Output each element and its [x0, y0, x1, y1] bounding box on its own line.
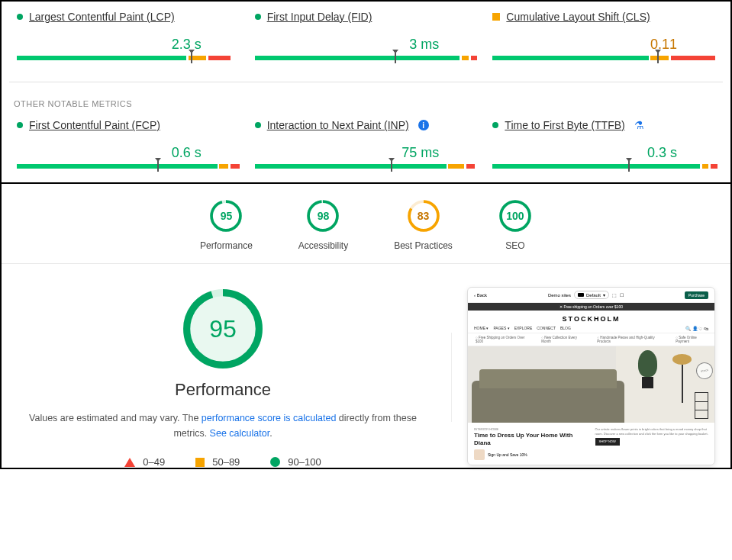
nav-item[interactable]: BLOG	[560, 326, 571, 330]
metric-title-link[interactable]: Largest Contentful Paint (LCP)	[29, 11, 175, 23]
hero-title: Time to Dress Up Your Home With Diana	[474, 432, 588, 446]
gauge-label: Accessibility	[298, 240, 348, 251]
nav-item[interactable]: PAGES ▾	[493, 326, 509, 330]
separator	[2, 263, 730, 264]
nav-item[interactable]: HOME ▾	[474, 326, 489, 330]
shop-now-button[interactable]: SHOP NOW	[595, 438, 620, 446]
legend-item: 90–100	[270, 456, 321, 468]
distribution-bar	[492, 164, 715, 169]
status-dot-icon	[17, 122, 23, 128]
gauge-score: 100	[498, 199, 532, 233]
status-dot-icon	[17, 14, 23, 20]
performance-score: 95	[181, 287, 265, 371]
metric-card: Cumulative Layout Shift (CLS)0.11	[485, 11, 723, 68]
back-link[interactable]: ‹ Back	[474, 293, 487, 298]
gauge-score: 98	[306, 199, 340, 233]
calculator-link[interactable]: See calculator	[210, 428, 270, 439]
metric-title-link[interactable]: Time to First Byte (TTFB)	[505, 119, 624, 131]
gauge-score: 95	[209, 199, 243, 233]
square-icon	[195, 458, 205, 467]
metric-value: 2.3 s	[17, 37, 240, 53]
promo-bar: ✕ Free shipping on Orders over $100	[468, 303, 714, 311]
distribution-bar	[255, 56, 478, 60]
status-dot-icon	[492, 122, 498, 128]
metric-card: Interaction to Next Paint (INP)i75 ms	[247, 119, 485, 176]
distribution-bar	[17, 164, 240, 169]
triangle-icon	[124, 458, 135, 467]
status-dot-icon	[255, 14, 261, 20]
circle-icon	[270, 457, 280, 467]
score-legend: 0–4950–8990–100	[17, 456, 429, 468]
distribution-bar	[492, 56, 715, 60]
marker-icon	[395, 53, 396, 63]
marker-icon	[628, 161, 630, 172]
marker-icon	[657, 53, 659, 63]
performance-description: Values are estimated and may vary. The p…	[17, 410, 429, 441]
notable-label: OTHER NOTABLE METRICS	[14, 99, 723, 108]
status-dot-icon	[255, 122, 261, 128]
calc-link[interactable]: performance score is calculated	[202, 413, 336, 423]
marker-icon	[157, 161, 159, 172]
metric-card: First Input Delay (FID)3 ms	[247, 11, 485, 68]
nav-item[interactable]: EXPLORE	[514, 326, 533, 330]
distribution-bar	[255, 164, 478, 169]
metric-value: 0.3 s	[492, 145, 715, 161]
marker-icon	[191, 53, 192, 63]
lighthouse-panel: 95Performance 98Accessibility 83Best Pra…	[2, 184, 730, 468]
site-nav: HOME ▾PAGES ▾EXPLORECONNECTBLOG🔍 👤 ♡ 🛍	[468, 326, 714, 333]
page-screenshot-preview: ‹ Back Demo sites Default ▾ ⬚☐ Purchase …	[467, 287, 715, 465]
metric-title-link[interactable]: First Contentful Paint (FCP)	[29, 119, 160, 131]
category-gauge[interactable]: 100SEO	[498, 199, 532, 251]
distribution-bar	[17, 56, 240, 60]
legend-item: 0–49	[124, 456, 165, 468]
gauge-label: SEO	[498, 240, 532, 251]
site-logo: STOCKHOLM	[468, 315, 714, 323]
status-square-icon	[492, 13, 500, 21]
metric-card: First Contentful Paint (FCP)0.6 s	[9, 119, 247, 176]
metric-title-link[interactable]: First Input Delay (FID)	[267, 11, 372, 23]
flask-icon: ⚗	[634, 119, 644, 131]
metric-value: 0.6 s	[17, 145, 240, 161]
divider	[9, 82, 723, 82]
metric-value: 0.11	[492, 37, 715, 53]
web-vitals-panel: Largest Contentful Paint (LCP)2.3 sFirst…	[2, 2, 730, 184]
purchase-button[interactable]: Purchase	[685, 291, 708, 299]
metric-card: Largest Contentful Paint (LCP)2.3 s	[9, 11, 247, 68]
performance-gauge: 95	[181, 287, 265, 371]
info-icon[interactable]: i	[418, 120, 429, 130]
hero-image	[468, 346, 714, 423]
metric-title-link[interactable]: Interaction to Next Paint (INP)	[267, 119, 409, 131]
marker-icon	[391, 161, 392, 172]
gauge-label: Performance	[200, 240, 253, 251]
nav-item[interactable]: CONNECT	[537, 326, 556, 330]
category-gauge[interactable]: 98Accessibility	[298, 199, 348, 251]
gauge-score: 83	[407, 199, 440, 233]
category-gauge[interactable]: 83Best Practices	[394, 199, 453, 251]
metric-title-link[interactable]: Cumulative Layout Shift (CLS)	[506, 11, 650, 23]
category-gauge[interactable]: 95Performance	[200, 199, 253, 251]
metric-value: 3 ms	[255, 37, 478, 53]
metric-card: Time to First Byte (TTFB)⚗0.3 s	[485, 119, 723, 176]
metric-value: 75 ms	[255, 145, 478, 161]
performance-title: Performance	[17, 380, 429, 400]
performance-summary: 95 Performance Values are estimated and …	[17, 287, 444, 468]
legend-item: 50–89	[195, 456, 240, 468]
gauge-label: Best Practices	[394, 240, 453, 251]
